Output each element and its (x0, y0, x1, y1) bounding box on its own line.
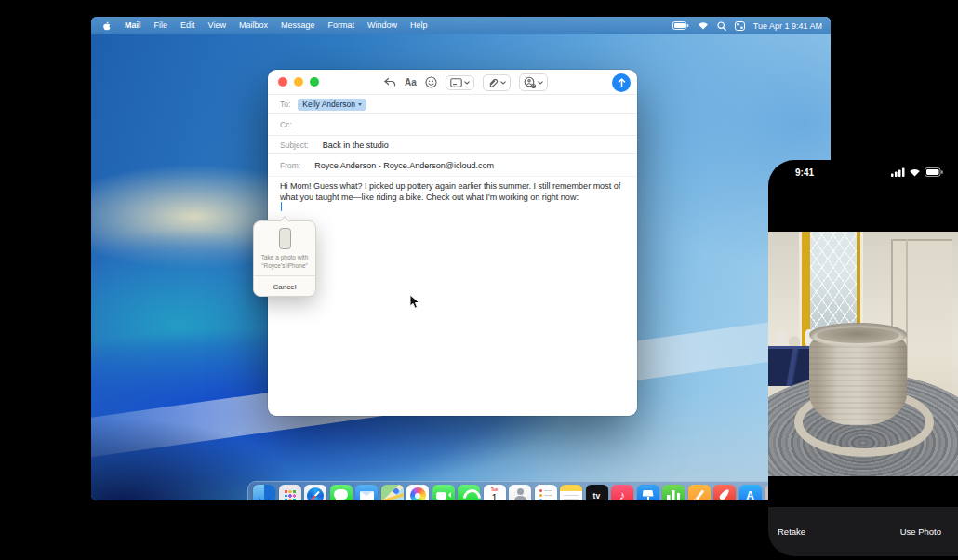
menu-bar-clock[interactable]: Tue Apr 1 9:41 AM (753, 21, 822, 31)
compose-titlebar[interactable]: Aa (268, 70, 637, 95)
attachment-button[interactable] (483, 74, 511, 91)
popover-title-line2: “Royce’s iPhone” (257, 261, 313, 270)
dock-calendar[interactable]: Tue1 (484, 485, 506, 501)
window-controls (268, 77, 319, 87)
menu-edit[interactable]: Edit (174, 20, 202, 30)
dock-phone[interactable] (458, 485, 480, 501)
battery-icon (925, 167, 943, 177)
close-button[interactable] (278, 77, 287, 87)
wifi-icon (909, 167, 921, 177)
menu-help[interactable]: Help (404, 20, 434, 30)
dock-tv[interactable]: tv (586, 485, 608, 501)
retake-button[interactable]: Retake (778, 527, 805, 537)
dock-apps: Tue1tv (253, 485, 787, 501)
insert-photo-button[interactable] (519, 73, 548, 91)
dock-music[interactable] (611, 485, 633, 501)
popover-divider (254, 275, 315, 276)
zoom-button[interactable] (310, 77, 319, 87)
iphone-icon (279, 228, 291, 249)
dock-photos[interactable] (406, 485, 429, 501)
wifi-icon[interactable] (698, 21, 709, 30)
dock-notes[interactable] (560, 485, 582, 501)
apple-menu-icon[interactable] (101, 20, 113, 32)
mouse-cursor (409, 294, 420, 310)
screenshot-canvas: MailFileEditViewMailboxMessageFormatWind… (0, 0, 958, 560)
subject-value: Back in the studio (323, 140, 389, 150)
menu-view[interactable]: View (202, 20, 233, 30)
dock-finder[interactable] (253, 485, 275, 501)
dock-launchpad[interactable] (279, 485, 301, 501)
iphone-status-bar: 9:41 (768, 160, 958, 184)
paperclip-icon (487, 77, 499, 88)
mail-compose-window: Aa (268, 70, 637, 416)
chevron-down-icon (538, 81, 543, 85)
dock-messages[interactable] (330, 485, 353, 501)
chevron-down-icon (500, 81, 506, 85)
emoji-button[interactable] (425, 76, 437, 88)
iphone-clock: 9:41 (795, 167, 814, 178)
menu-mailbox[interactable]: Mailbox (233, 20, 274, 30)
cc-field[interactable]: Cc: (268, 114, 637, 136)
text-insertion-caret (281, 202, 283, 211)
recipient-token[interactable]: Kelly Anderson (298, 99, 366, 111)
dock-safari[interactable] (304, 485, 326, 501)
dock-appstore[interactable] (739, 485, 762, 501)
dock-maps[interactable] (381, 485, 404, 501)
subject-field[interactable]: Subject: Back in the studio (268, 136, 637, 154)
chevron-down-icon (464, 81, 470, 85)
control-center-icon[interactable] (735, 21, 745, 31)
battery-icon[interactable] (672, 21, 689, 30)
photo-person-icon (524, 76, 536, 88)
spotlight-search-icon[interactable] (717, 21, 726, 31)
dock-numbers[interactable] (662, 485, 685, 501)
cc-label: Cc: (280, 120, 292, 129)
dock: Tue1tv (247, 481, 831, 500)
dock-rocket[interactable] (713, 485, 736, 501)
header-fields-button[interactable] (446, 75, 474, 90)
popover-title-line1: Take a photo with (257, 253, 313, 261)
menu-window[interactable]: Window (361, 20, 404, 30)
dock-pages[interactable] (688, 485, 711, 501)
message-body[interactable]: Hi Mom! Guess what? I picked up pottery … (280, 181, 624, 203)
menu-file[interactable]: File (148, 20, 175, 30)
to-label: To: (280, 100, 290, 109)
cellular-signal-icon (891, 167, 905, 177)
send-button[interactable] (612, 73, 631, 92)
send-arrow-icon (617, 77, 627, 87)
dock-mail[interactable] (355, 485, 378, 501)
from-field[interactable]: From: Royce Anderson - Royce.Anderson@ic… (268, 154, 637, 177)
dock-reminders[interactable] (535, 485, 557, 501)
dock-keynote[interactable] (637, 485, 659, 501)
continuity-camera-popover: Take a photo with “Royce’s iPhone” Cance… (253, 220, 316, 297)
menu-message[interactable]: Message (274, 20, 322, 30)
camera-action-bar: Retake Use Photo (768, 507, 958, 556)
format-button[interactable]: Aa (405, 77, 417, 87)
menu-bar: MailFileEditViewMailboxMessageFormatWind… (91, 17, 831, 34)
undo-button[interactable] (383, 77, 396, 88)
subject-label: Subject: (280, 140, 309, 150)
dock-facetime[interactable] (432, 485, 455, 501)
minimize-button[interactable] (294, 77, 303, 87)
iphone-screen: 9:41 Retake Use Photo (768, 160, 958, 556)
cancel-button[interactable]: Cancel (254, 279, 315, 296)
from-label: From: (280, 161, 300, 170)
dock-contacts[interactable] (509, 485, 531, 501)
menu-format[interactable]: Format (321, 20, 361, 30)
camera-preview-photo (768, 232, 958, 476)
menu-mail[interactable]: Mail (118, 20, 148, 30)
use-photo-button[interactable]: Use Photo (900, 527, 941, 537)
app-menus: MailFileEditViewMailboxMessageFormatWind… (118, 17, 434, 34)
popover-arrow (279, 216, 289, 226)
from-value: Royce Anderson - Royce.Anderson@icloud.c… (314, 161, 494, 170)
to-field[interactable]: To: Kelly Anderson (268, 95, 637, 114)
